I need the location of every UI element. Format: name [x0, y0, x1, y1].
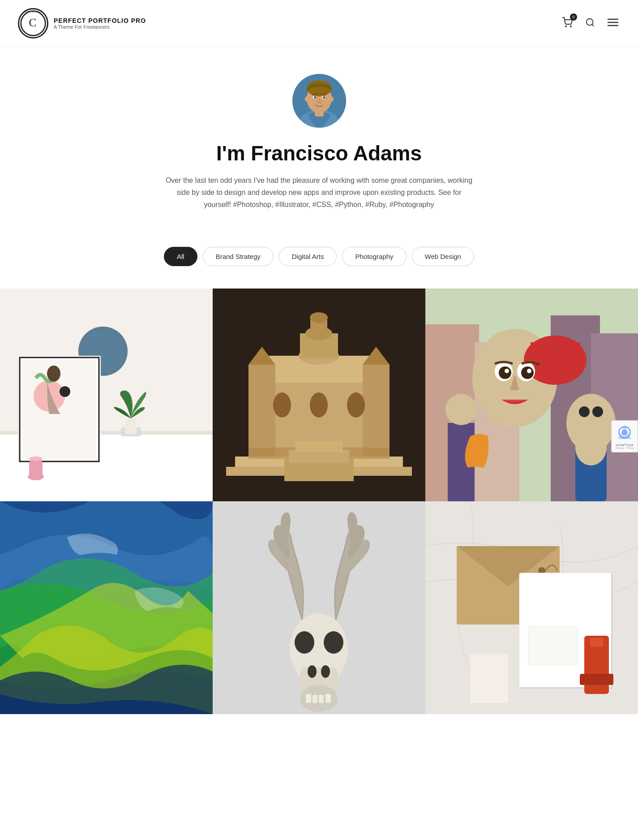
- svg-point-73: [527, 369, 531, 373]
- svg-text:C: C: [29, 16, 38, 29]
- svg-point-33: [47, 366, 60, 382]
- filter-all[interactable]: All: [164, 247, 197, 266]
- site-header: C PERFECTLY PERFECT PORTFOLIO PRO A Them…: [0, 0, 638, 47]
- logo-container: C PERFECTLY PERFECT PORTFOLIO PRO A Them…: [18, 8, 146, 39]
- avatar: [292, 74, 346, 128]
- gallery-item[interactable]: [425, 289, 638, 501]
- svg-rect-91: [313, 695, 317, 703]
- svg-point-51: [273, 392, 291, 418]
- search-icon: [585, 19, 595, 29]
- svg-point-87: [324, 631, 343, 654]
- svg-point-46: [310, 312, 328, 323]
- svg-point-17: [314, 96, 316, 99]
- svg-rect-93: [325, 694, 331, 703]
- svg-point-78: [575, 430, 607, 465]
- filter-photography[interactable]: Photography: [342, 247, 406, 266]
- svg-point-106: [622, 429, 628, 435]
- svg-point-32: [60, 386, 70, 397]
- svg-point-21: [305, 96, 308, 102]
- gallery-item[interactable]: [425, 501, 638, 714]
- logo-subtitle: A Theme For Freelancers: [54, 24, 146, 30]
- svg-rect-103: [590, 638, 603, 647]
- hamburger-icon: [608, 18, 618, 28]
- svg-rect-47: [248, 365, 275, 459]
- svg-point-52: [310, 392, 328, 418]
- hero-description: Over the last ten odd years I've had the…: [163, 174, 476, 211]
- svg-rect-104: [470, 654, 508, 703]
- cart-badge: 0: [570, 13, 577, 21]
- gallery-item[interactable]: [213, 501, 425, 714]
- filter-brand-strategy[interactable]: Brand Strategy: [203, 247, 274, 266]
- logo-icon: C PERFECTLY: [18, 8, 48, 39]
- svg-point-76: [592, 406, 603, 417]
- svg-rect-102: [580, 674, 613, 685]
- svg-rect-92: [319, 695, 324, 703]
- filter-bar: All Brand Strategy Digital Arts Photogra…: [0, 229, 638, 289]
- svg-rect-37: [29, 459, 43, 480]
- filter-digital-arts[interactable]: Digital Arts: [279, 247, 337, 266]
- cart-button[interactable]: 0: [560, 15, 574, 32]
- cart-icon: [562, 20, 573, 30]
- svg-rect-59: [295, 441, 343, 452]
- svg-point-4: [570, 26, 571, 27]
- svg-point-88: [308, 665, 317, 678]
- logo-text: PERFECT PORTFOLIO PRO A Theme For Freela…: [54, 17, 146, 30]
- recaptcha-badge: reCAPTCHA Privacy - Terms: [611, 420, 638, 452]
- svg-point-70: [499, 366, 511, 379]
- svg-rect-100: [528, 627, 578, 665]
- portfolio-gallery: [0, 289, 638, 714]
- svg-point-18: [323, 96, 325, 99]
- svg-point-72: [505, 369, 509, 373]
- gallery-item[interactable]: [0, 289, 213, 501]
- search-button[interactable]: [583, 16, 597, 31]
- svg-point-86: [295, 631, 314, 654]
- svg-text:PERFECTLY: PERFECTLY: [23, 11, 43, 13]
- svg-point-3: [565, 26, 566, 27]
- svg-rect-35: [125, 418, 137, 434]
- hero-section: I'm Francisco Adams Over the last ten od…: [0, 47, 638, 229]
- hero-title: I'm Francisco Adams: [9, 141, 629, 165]
- svg-point-38: [29, 457, 43, 461]
- svg-point-22: [330, 96, 334, 102]
- svg-point-53: [347, 392, 365, 418]
- svg-point-80: [445, 394, 477, 425]
- filter-web-design[interactable]: Web Design: [412, 247, 474, 266]
- logo-title: PERFECT PORTFOLIO PRO: [54, 17, 146, 24]
- svg-point-89: [321, 665, 330, 678]
- menu-button[interactable]: [606, 17, 620, 30]
- gallery-item[interactable]: [0, 501, 213, 714]
- svg-rect-90: [306, 694, 311, 703]
- svg-point-19: [315, 96, 316, 97]
- svg-point-71: [521, 366, 534, 379]
- svg-point-75: [579, 406, 590, 417]
- svg-point-20: [324, 96, 325, 97]
- header-icons: 0: [560, 15, 620, 32]
- svg-rect-48: [363, 365, 390, 459]
- svg-point-5: [587, 18, 593, 25]
- gallery-item[interactable]: [213, 289, 425, 501]
